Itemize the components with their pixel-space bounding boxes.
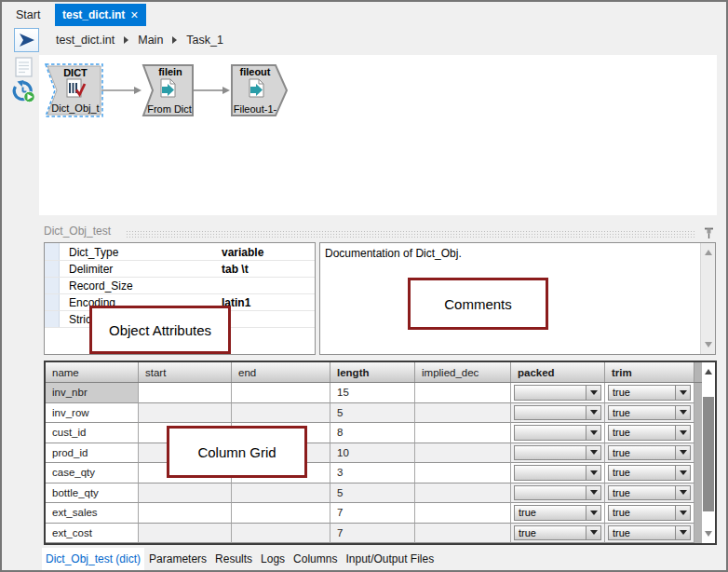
dropdown-arrow-icon[interactable] [586, 386, 600, 400]
refresh-icon[interactable] [11, 80, 35, 103]
trim-dropdown[interactable]: true [608, 525, 691, 541]
grid-cell-start[interactable] [139, 503, 232, 524]
grid-cell-packed[interactable] [511, 483, 605, 504]
grid-cell-packed[interactable]: true [511, 503, 605, 524]
trim-dropdown[interactable]: true [608, 445, 691, 461]
dropdown-arrow-icon[interactable] [586, 406, 600, 420]
grid-cell-length[interactable]: 5 [330, 403, 415, 424]
trim-dropdown[interactable]: true [608, 465, 691, 481]
grid-cell-packed[interactable] [511, 383, 605, 403]
grid-cell-end[interactable] [232, 383, 330, 403]
attribute-row[interactable]: Dict_Typevariable [45, 244, 315, 261]
dropdown-arrow-icon[interactable] [586, 506, 600, 520]
grid-cell-name[interactable]: prod_id [46, 443, 139, 464]
grid-cell-trim[interactable]: true [605, 503, 694, 524]
run-button[interactable] [14, 28, 39, 52]
grid-column-header-trim[interactable]: trim [605, 362, 694, 382]
bottom-tab-input-output-files[interactable]: Input/Output Files [342, 548, 438, 570]
packed-dropdown[interactable]: true [514, 525, 601, 541]
grid-cell-trim[interactable]: true [605, 524, 694, 544]
grid-column-header-implied_dec[interactable]: implied_dec [415, 362, 511, 382]
attribute-row[interactable]: Record_Size [45, 278, 315, 294]
comments-scrollbar[interactable] [700, 243, 715, 354]
grid-cell-packed[interactable] [511, 463, 605, 483]
dropdown-arrow-icon[interactable] [675, 426, 690, 440]
grid-cell-trim[interactable]: true [605, 383, 694, 403]
grid-cell-end[interactable] [232, 483, 330, 504]
grid-row[interactable]: ext_cost7truetrue [46, 524, 715, 544]
grid-cell-trim[interactable]: true [605, 403, 694, 424]
grid-cell-end[interactable] [232, 524, 330, 544]
dropdown-arrow-icon[interactable] [675, 466, 690, 480]
grid-cell-start[interactable] [139, 524, 232, 544]
grid-cell-implied_dec[interactable] [415, 383, 511, 403]
packed-dropdown[interactable] [514, 425, 601, 441]
grid-row[interactable]: ext_sales7truetrue [46, 503, 715, 524]
trim-dropdown[interactable]: true [608, 385, 691, 401]
grid-row[interactable]: prod_id10true [46, 443, 715, 464]
grid-cell-length[interactable]: 10 [330, 443, 415, 464]
grid-cell-name[interactable]: ext_sales [46, 503, 139, 524]
bottom-tab-parameters[interactable]: Parameters [145, 548, 210, 570]
dropdown-arrow-icon[interactable] [675, 446, 690, 460]
packed-dropdown[interactable] [514, 405, 601, 421]
packed-dropdown[interactable] [514, 445, 601, 461]
grid-cell-end[interactable] [232, 403, 330, 424]
grid-cell-length[interactable]: 15 [330, 383, 415, 403]
scrollbar-thumb[interactable] [703, 397, 714, 511]
grid-cell-name[interactable]: inv_row [46, 403, 139, 424]
dropdown-arrow-icon[interactable] [675, 486, 690, 500]
grid-cell-length[interactable]: 5 [330, 483, 415, 504]
grid-cell-length[interactable]: 7 [330, 503, 415, 524]
grid-cell-name[interactable]: case_qty [46, 463, 139, 483]
grid-cell-trim[interactable]: true [605, 483, 694, 504]
grid-row[interactable]: inv_row5true [46, 403, 715, 424]
grid-cell-implied_dec[interactable] [415, 503, 511, 524]
grid-cell-start[interactable] [139, 403, 232, 424]
trim-dropdown[interactable]: true [608, 505, 691, 521]
grid-cell-implied_dec[interactable] [415, 463, 511, 483]
grid-scrollbar[interactable] [702, 362, 715, 543]
packed-dropdown[interactable] [514, 465, 601, 481]
grid-cell-packed[interactable]: true [511, 524, 605, 544]
bottom-tab-columns[interactable]: Columns [290, 548, 341, 570]
grid-cell-implied_dec[interactable] [415, 403, 511, 424]
grid-column-header-name[interactable]: name [46, 362, 139, 382]
grid-cell-name[interactable]: ext_cost [46, 524, 139, 544]
dropdown-arrow-icon[interactable] [586, 466, 600, 480]
grid-cell-length[interactable]: 8 [330, 423, 415, 443]
grid-cell-start[interactable] [139, 383, 232, 403]
trim-dropdown[interactable]: true [608, 405, 691, 421]
breadcrumb-item[interactable]: test_dict.int [56, 34, 115, 47]
attribute-row[interactable]: Delimitertab \t [45, 261, 315, 278]
grid-row[interactable]: case_qty3true [46, 463, 715, 483]
tab-start[interactable]: Start [5, 4, 51, 26]
tab-test-dict[interactable]: test_dict.int × [55, 4, 146, 26]
grid-cell-length[interactable]: 7 [330, 524, 415, 544]
grid-cell-implied_dec[interactable] [415, 524, 511, 544]
breadcrumb-item[interactable]: Main [138, 34, 163, 47]
scrollbar-down-icon[interactable] [705, 531, 712, 537]
grid-column-header-packed[interactable]: packed [511, 362, 605, 382]
grid-row[interactable]: bottle_qty5true [46, 483, 715, 504]
dropdown-arrow-icon[interactable] [586, 526, 600, 540]
grid-row[interactable]: inv_nbr15true [46, 383, 715, 403]
grid-cell-implied_dec[interactable] [415, 423, 511, 443]
grid-cell-end[interactable] [232, 503, 330, 524]
bottom-tab-results[interactable]: Results [211, 548, 256, 570]
grid-cell-implied_dec[interactable] [415, 443, 511, 464]
dropdown-arrow-icon[interactable] [586, 426, 600, 440]
dropdown-arrow-icon[interactable] [675, 406, 690, 420]
attribute-value[interactable]: tab \t [222, 263, 249, 276]
grid-cell-name[interactable]: inv_nbr [46, 383, 139, 403]
grid-cell-name[interactable]: cust_id [46, 423, 139, 443]
grid-cell-trim[interactable]: true [605, 443, 694, 464]
grid-row[interactable]: cust_id8true [46, 423, 715, 443]
grid-cell-name[interactable]: bottle_qty [46, 483, 139, 504]
dropdown-arrow-icon[interactable] [586, 486, 600, 500]
scroll-down-icon[interactable] [705, 342, 712, 347]
grid-column-header-length[interactable]: length [330, 362, 415, 382]
grid-cell-packed[interactable] [511, 443, 605, 464]
dropdown-arrow-icon[interactable] [675, 526, 690, 540]
flow-canvas[interactable]: DICT Dict_Obj_t filein From Dict fileout… [39, 55, 717, 215]
